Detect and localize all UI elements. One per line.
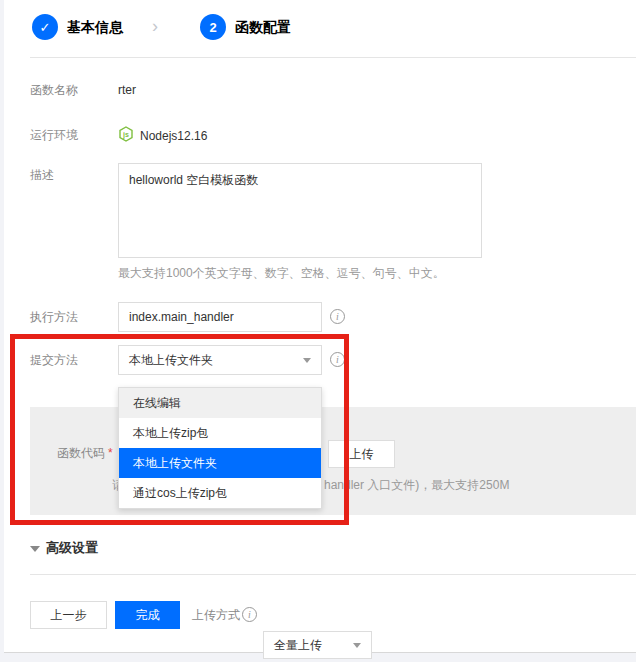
upload-mode-select[interactable]: 全量上传 (263, 631, 372, 659)
advanced-settings-label: 高级设置 (46, 539, 98, 557)
function-code-label-row: 函数代码* (57, 446, 113, 460)
description-label: 描述 (30, 168, 54, 182)
previous-step-button[interactable]: 上一步 (30, 601, 107, 629)
check-icon: ✓ (40, 20, 51, 35)
submit-method-info-icon[interactable]: i (330, 352, 345, 367)
upload-button-label: 上传 (350, 446, 374, 463)
menu-item-online-edit[interactable]: 在线编辑 (119, 388, 321, 418)
upload-mode-selected-value: 全量上传 (274, 637, 322, 654)
function-code-label: 函数代码 (57, 446, 105, 460)
triangle-down-icon (30, 546, 40, 552)
upload-mode-label: 上传方式 (192, 608, 240, 622)
handler-info-icon[interactable]: i (330, 309, 345, 324)
step2-number: 2 (209, 20, 216, 35)
function-name-label: 函数名称 (30, 83, 78, 97)
submit-method-select[interactable]: 本地上传文件夹 (118, 345, 322, 375)
done-button[interactable]: 完成 (115, 601, 180, 629)
svg-text:js: js (122, 131, 129, 139)
step1-label: 基本信息 (67, 19, 123, 35)
menu-item-cos-zip[interactable]: 通过cos上传zip包 (119, 478, 321, 508)
step2-number-badge: 2 (200, 14, 226, 40)
description-help-text: 最大支持1000个英文字母、数字、空格、逗号、句号、中文。 (118, 266, 445, 280)
step2-label: 函数配置 (235, 19, 291, 35)
done-button-label: 完成 (136, 607, 160, 624)
required-asterisk: * (108, 446, 113, 460)
header-divider (30, 57, 636, 58)
runtime-value: Nodejs12.16 (140, 129, 207, 143)
chevron-down-icon (353, 643, 361, 648)
code-help-text-right-fragment: handler 入口文件)，最大支持250M (324, 478, 509, 492)
chevron-right-icon: › (152, 17, 158, 35)
handler-label: 执行方法 (30, 310, 78, 324)
upload-mode-label-row: 上传方式 i (192, 607, 257, 622)
advanced-settings-toggle[interactable]: 高级设置 (30, 539, 98, 557)
menu-item-upload-zip[interactable]: 本地上传zip包 (119, 418, 321, 448)
handler-input[interactable] (118, 302, 322, 332)
upload-button[interactable]: 上传 (328, 440, 395, 468)
submit-method-label: 提交方法 (30, 353, 78, 367)
menu-item-upload-folder[interactable]: 本地上传文件夹 (119, 448, 321, 478)
submit-method-dropdown-menu: 在线编辑 本地上传zip包 本地上传文件夹 通过cos上传zip包 (118, 387, 322, 509)
function-config-panel: ✓ 基本信息 › 2 函数配置 函数名称 rter 运行环境 js Nodejs… (4, 0, 636, 653)
chevron-down-icon (303, 358, 311, 363)
step1-done-icon: ✓ (32, 14, 58, 40)
nodejs-icon: js (118, 126, 134, 142)
runtime-label: 运行环境 (30, 128, 78, 142)
upload-mode-info-icon[interactable]: i (242, 607, 257, 622)
function-name-value: rter (118, 83, 136, 97)
submit-method-selected-value: 本地上传文件夹 (129, 352, 213, 369)
previous-step-label: 上一步 (51, 607, 87, 624)
description-textarea[interactable]: helloworld 空白模板函数 (118, 163, 482, 258)
footer-divider (30, 574, 636, 575)
